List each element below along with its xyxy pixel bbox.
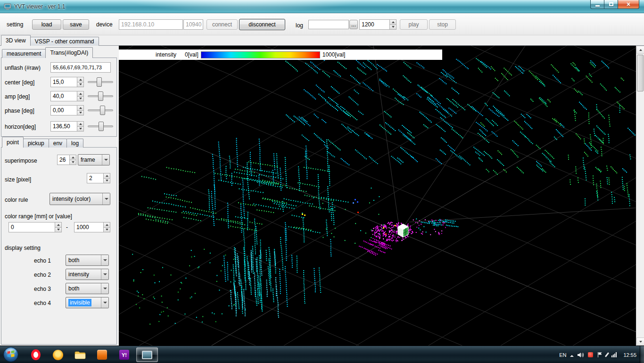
scroll-up-button[interactable]	[636, 46, 644, 54]
spin-down-button[interactable]	[70, 160, 76, 165]
tab-3d-view[interactable]: 3D view	[1, 35, 31, 46]
range-max-input[interactable]: 1000	[74, 222, 103, 232]
maximize-button[interactable]	[604, 0, 618, 9]
spin-down-button[interactable]	[77, 97, 83, 101]
antivirus-icon[interactable]	[588, 352, 593, 357]
unflash-input[interactable]: 55,66,67,69,70,71,73	[50, 62, 111, 73]
spin-down-button[interactable]	[77, 111, 83, 116]
show-desktop-button[interactable]	[640, 346, 644, 363]
tab-measurement[interactable]: measurement	[2, 49, 46, 58]
tab-env[interactable]: env	[49, 139, 67, 148]
close-button[interactable]: ×	[618, 0, 639, 9]
slider-thumb[interactable]	[99, 122, 104, 131]
spin-up-button[interactable]	[77, 77, 83, 82]
tab-trans-logdai[interactable]: Trans(#logDAI)	[45, 47, 93, 58]
tab-point[interactable]: point	[2, 137, 24, 148]
taskbar-icon-yahoo[interactable]: Y!	[114, 347, 134, 362]
tab-log[interactable]: log	[66, 139, 83, 148]
spin-down-button[interactable]	[104, 179, 110, 183]
save-button[interactable]: save	[63, 19, 89, 30]
spin-up-button[interactable]	[77, 106, 83, 111]
tab-pickup[interactable]: pickup	[23, 139, 49, 148]
amp-spinner[interactable]: 40,0	[50, 91, 84, 101]
superimpose-spinner[interactable]: 26	[57, 155, 76, 165]
chevron-down-icon[interactable]	[102, 155, 109, 165]
size-spinner[interactable]: 2	[87, 173, 110, 183]
slider-thumb[interactable]	[98, 91, 103, 101]
minimize-button[interactable]	[590, 0, 604, 9]
spin-down-button[interactable]	[77, 82, 83, 87]
vertical-scrollbar[interactable]	[636, 46, 644, 346]
spin-up-button[interactable]	[55, 223, 61, 228]
spin-up-button[interactable]	[77, 122, 83, 127]
volume-icon[interactable]	[578, 352, 584, 358]
spin-up-button[interactable]	[104, 223, 110, 228]
superimpose-input[interactable]: 26	[57, 155, 69, 165]
rate-spinner[interactable]: 1200	[359, 19, 396, 30]
amp-slider[interactable]	[88, 91, 113, 101]
horizon-spinner[interactable]: 136,50	[50, 121, 84, 132]
center-input[interactable]: 15,0	[50, 77, 77, 87]
range-min-input[interactable]: 0	[8, 222, 55, 232]
taskbar-icon-outlook[interactable]	[92, 347, 112, 362]
spin-down-button[interactable]	[55, 228, 61, 232]
superimpose-unit-combo[interactable]: frame	[78, 154, 110, 165]
spin-up-button[interactable]	[77, 91, 83, 97]
chevron-down-icon[interactable]	[101, 269, 108, 280]
slider-thumb[interactable]	[97, 77, 102, 87]
size-input[interactable]: 2	[87, 173, 103, 183]
connect-button[interactable]: connect	[206, 19, 238, 30]
chevron-down-icon[interactable]	[101, 255, 108, 265]
taskbar-icon-orange-app[interactable]	[48, 347, 68, 362]
amp-input[interactable]: 40,0	[50, 91, 77, 101]
echo-3-combo[interactable]: both	[66, 283, 109, 294]
slider-thumb[interactable]	[100, 106, 105, 115]
range-max-spinner[interactable]: 1000	[74, 222, 110, 232]
center-slider[interactable]	[88, 77, 113, 87]
chevron-down-icon[interactable]	[101, 297, 108, 308]
spin-down-button[interactable]	[104, 228, 110, 232]
spin-up-button[interactable]	[70, 155, 76, 160]
echo-1-combo[interactable]: both	[66, 255, 109, 266]
pointcloud-canvas[interactable]	[119, 46, 636, 346]
disconnect-button[interactable]: disconnect	[239, 19, 285, 30]
port-input[interactable]: 10940	[183, 19, 203, 30]
viewport-3d[interactable]: intensity 0[val] 1000[val]	[119, 46, 636, 346]
chevron-down-icon[interactable]	[101, 283, 108, 294]
taskbar-icon-yvt-viewer[interactable]	[136, 347, 158, 362]
stop-button[interactable]: stop	[429, 19, 456, 30]
center-spinner[interactable]: 15,0	[50, 77, 84, 87]
play-button[interactable]: play	[400, 19, 428, 30]
range-min-spinner[interactable]: 0	[8, 222, 62, 232]
horizon-input[interactable]: 136,50	[50, 121, 77, 132]
spin-down-button[interactable]	[390, 25, 396, 30]
phase-slider[interactable]	[88, 105, 113, 116]
taskbar-icon-explorer[interactable]	[70, 347, 90, 362]
scroll-thumb[interactable]	[637, 55, 644, 91]
action-center-flag-icon[interactable]	[597, 352, 603, 358]
language-indicator[interactable]: EN	[559, 352, 566, 358]
color-rule-combo[interactable]: intensity (color)	[50, 193, 110, 205]
browse-button[interactable]: ...	[349, 20, 358, 29]
window-titlebar[interactable]: YVT viewer - ver 1.1 ×	[0, 0, 644, 13]
tab-vssp-other-command[interactable]: VSSP - other command	[30, 37, 99, 46]
echo-2-combo[interactable]: intensity	[66, 269, 109, 280]
echo-4-combo[interactable]: invisible	[66, 297, 109, 308]
clock[interactable]: 12:55	[623, 352, 636, 358]
rate-input[interactable]: 1200	[359, 19, 389, 30]
show-hidden-icons-button[interactable]	[570, 352, 574, 358]
phase-input[interactable]: 0,00	[50, 105, 77, 116]
ip-input[interactable]: 192.168.0.10	[119, 19, 183, 30]
scroll-down-button[interactable]	[636, 338, 644, 346]
network-icon[interactable]	[611, 352, 617, 357]
spin-down-button[interactable]	[77, 127, 83, 132]
spin-up-button[interactable]	[104, 173, 110, 179]
load-button[interactable]: load	[32, 19, 61, 30]
pen-icon[interactable]	[605, 352, 609, 357]
spin-up-button[interactable]	[390, 20, 396, 25]
taskbar-icon-opera[interactable]	[25, 347, 46, 362]
phase-spinner[interactable]: 0,00	[50, 105, 84, 116]
start-button[interactable]	[3, 346, 19, 363]
horizon-slider[interactable]	[88, 121, 113, 132]
chevron-down-icon[interactable]	[102, 193, 110, 205]
